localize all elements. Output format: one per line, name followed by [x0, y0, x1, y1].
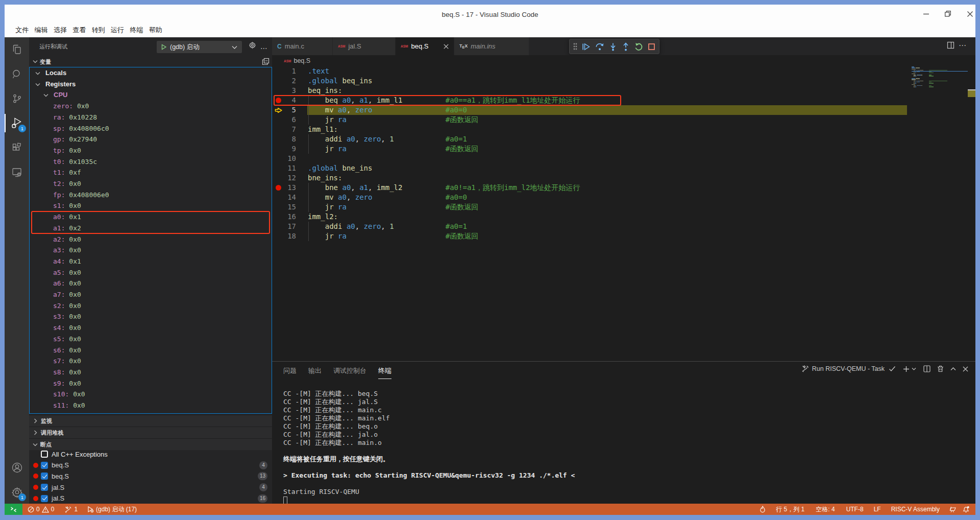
breakpoint-checkbox[interactable]	[41, 472, 48, 480]
exception-breakpoint-row[interactable]: All C++ Exceptions	[29, 448, 272, 460]
tab-main.c[interactable]: Cmain.c	[272, 37, 333, 55]
breadcrumb[interactable]: ASM beq.S	[272, 55, 975, 66]
split-terminal-icon[interactable]	[923, 365, 930, 372]
indentation-item[interactable]: 空格: 4	[813, 504, 838, 515]
tree-scope-CPU[interactable]: CPU	[30, 89, 272, 101]
register-row-s7[interactable]: s7: 0x0	[30, 356, 272, 367]
notifications-bell-icon[interactable]	[960, 504, 972, 515]
panel-tab-问题[interactable]: 问题	[283, 366, 297, 375]
panel-tab-调试控制台[interactable]: 调试控制台	[333, 366, 366, 375]
panel-tab-终端[interactable]: 终端	[378, 366, 391, 375]
menu-item[interactable]: 帮助	[146, 26, 165, 35]
watch-section-header[interactable]: 监视	[29, 415, 272, 427]
toolbar-drag-handle[interactable]	[573, 43, 577, 50]
tree-scope-Locals[interactable]: Locals	[30, 67, 272, 79]
breakpoint-dot-line4[interactable]	[276, 98, 281, 103]
tab-main.ins[interactable]: TEXmain.ins	[454, 37, 529, 55]
menu-item[interactable]: 查看	[70, 26, 89, 35]
maximize-panel-icon[interactable]	[950, 367, 956, 371]
stop-button[interactable]	[648, 43, 655, 51]
breakpoint-checkbox[interactable]	[41, 462, 48, 469]
terminal-dropdown-chevron-icon[interactable]	[912, 367, 916, 371]
register-row-s5[interactable]: s5: 0x0	[30, 334, 272, 345]
register-row-a4[interactable]: a4: 0x1	[30, 256, 272, 267]
register-row-t1[interactable]: t1: 0xf	[30, 167, 272, 178]
register-row-ra[interactable]: ra: 0x10228	[30, 112, 272, 123]
feedback-icon[interactable]	[946, 504, 960, 515]
breakpoint-dot-line13[interactable]	[276, 185, 281, 191]
eol-item[interactable]: LF	[871, 504, 884, 515]
menu-item[interactable]: 文件	[13, 26, 32, 35]
menu-item[interactable]: 终端	[127, 26, 146, 35]
call-stack-section-header[interactable]: 调用堆栈	[29, 427, 272, 438]
settings-gear-icon[interactable]: 1	[5, 480, 29, 504]
menu-item[interactable]: 运行	[108, 26, 127, 35]
breakpoint-row[interactable]: jal.S16	[29, 493, 272, 504]
flame-status-icon[interactable]	[756, 504, 769, 515]
menu-item[interactable]: 转到	[89, 26, 108, 35]
breakpoint-row[interactable]: jal.S4	[29, 482, 272, 493]
register-row-s4[interactable]: s4: 0x0	[30, 322, 272, 334]
register-row-a2[interactable]: a2: 0x0	[30, 234, 272, 245]
register-row-t3[interactable]: t3: 0x0	[30, 411, 272, 414]
collapse-all-icon[interactable]	[262, 58, 270, 65]
register-row-s1[interactable]: s1: 0x0	[30, 200, 272, 211]
breakpoint-row[interactable]: beq.S4	[29, 460, 272, 471]
register-row-fp[interactable]: fp: 0x408006e0	[30, 190, 272, 201]
debug-status-item[interactable]: (gdb) 启动 (17)	[84, 504, 140, 515]
register-row-s6[interactable]: s6: 0x0	[30, 345, 272, 356]
register-row-s10[interactable]: s10: 0x0	[30, 389, 272, 400]
close-button[interactable]	[959, 5, 975, 23]
editor-more-actions-icon[interactable]: ⋯	[959, 41, 966, 50]
code-editor[interactable]: 1.text2.global beq_ins3beq_ins:4 beq a0,…	[272, 66, 975, 361]
more-actions-icon[interactable]: ⋯	[260, 44, 268, 52]
panel-tab-输出[interactable]: 输出	[308, 366, 322, 375]
debug-settings-gear-icon[interactable]	[249, 41, 256, 49]
register-row-a7[interactable]: a7: 0x0	[30, 289, 272, 300]
register-row-zero[interactable]: zero: 0x0	[30, 101, 272, 112]
tab-jal.S[interactable]: ASMjal.S	[333, 37, 396, 55]
register-row-t0[interactable]: t0: 0x1035c	[30, 156, 272, 168]
menu-item[interactable]: 编辑	[32, 26, 51, 35]
variables-tree[interactable]: LocalsRegistersCPUzero: 0x0ra: 0x10228sp…	[29, 67, 272, 414]
step-over-button[interactable]	[595, 42, 604, 51]
variables-section-header[interactable]: 变量	[29, 56, 272, 67]
explorer-icon[interactable]	[5, 37, 29, 62]
breakpoint-checkbox[interactable]	[41, 495, 48, 502]
account-icon[interactable]	[5, 455, 29, 480]
register-row-t2[interactable]: t2: 0x0	[30, 178, 272, 190]
run-debug-icon[interactable]: 1	[5, 111, 29, 135]
minimap[interactable]	[912, 66, 968, 128]
extensions-icon[interactable]	[5, 135, 29, 160]
problems-status-item[interactable]: 0 0	[24, 504, 57, 515]
source-control-icon[interactable]	[5, 86, 29, 111]
encoding-item[interactable]: UTF-8	[843, 504, 867, 515]
register-row-sp[interactable]: sp: 0x408006c0	[30, 123, 272, 134]
register-row-s8[interactable]: s8: 0x0	[30, 367, 272, 378]
new-terminal-icon[interactable]	[903, 366, 910, 372]
kill-terminal-icon[interactable]	[937, 365, 944, 372]
launch-config-dropdown[interactable]: (gdb) 启动	[157, 41, 242, 53]
tab-beq.S[interactable]: ASMbeq.S	[396, 37, 454, 55]
menu-item[interactable]: 选择	[51, 26, 69, 35]
restart-button[interactable]	[634, 42, 643, 51]
task-check-icon[interactable]	[889, 366, 896, 372]
breakpoint-checkbox[interactable]	[41, 484, 48, 491]
close-panel-icon[interactable]	[963, 366, 968, 372]
register-row-gp[interactable]: gp: 0x27940	[30, 134, 272, 145]
register-row-a3[interactable]: a3: 0x0	[30, 245, 272, 256]
register-row-tp[interactable]: tp: 0x0	[30, 145, 272, 156]
tree-scope-Registers[interactable]: Registers	[30, 79, 272, 90]
register-row-s9[interactable]: s9: 0x0	[30, 378, 272, 389]
register-row-a5[interactable]: a5: 0x0	[30, 267, 272, 278]
breakpoint-row[interactable]: beq.S13	[29, 470, 272, 482]
language-mode-item[interactable]: RISC-V Assembly	[888, 504, 943, 515]
tasks-status-item[interactable]: 1	[62, 504, 81, 515]
minimize-button[interactable]	[915, 5, 937, 23]
exception-checkbox[interactable]	[41, 451, 48, 458]
search-icon[interactable]	[5, 62, 29, 86]
step-into-button[interactable]	[609, 42, 617, 51]
register-row-a6[interactable]: a6: 0x0	[30, 278, 272, 289]
register-row-s11[interactable]: s11: 0x0	[30, 400, 272, 411]
restore-button[interactable]	[937, 5, 959, 23]
